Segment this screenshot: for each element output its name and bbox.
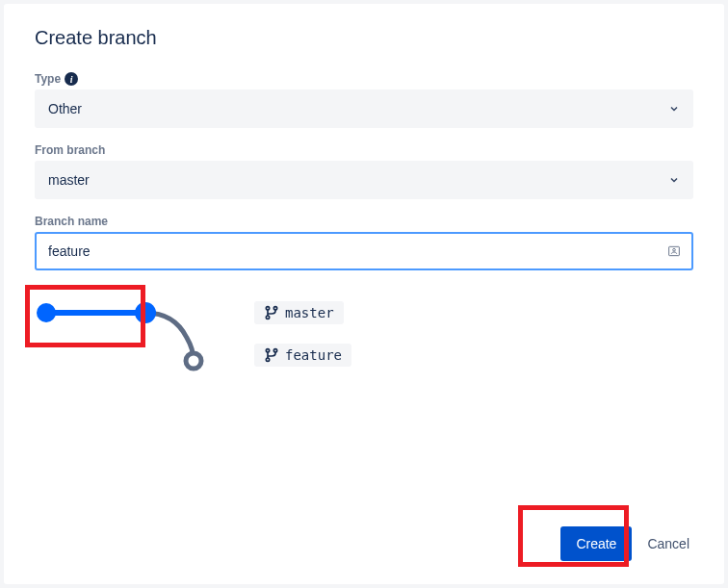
branch-name-label: Branch name [35,215,693,228]
branch-name-label-text: Branch name [35,215,108,228]
branch-chip-source-label: master [285,305,334,320]
chevron-down-icon [668,103,680,115]
create-button[interactable]: Create [560,526,632,561]
svg-point-8 [266,316,269,319]
from-branch-field-group: From branch master [35,143,693,199]
chevron-down-icon [668,174,680,186]
svg-point-10 [273,349,276,352]
branch-chip-source: master [254,301,344,324]
from-branch-label-text: From branch [35,143,105,157]
from-branch-select-value: master [48,172,90,188]
type-label-text: Type [35,72,61,86]
svg-point-5 [186,353,201,369]
branch-chip-target-label: feature [285,347,342,363]
svg-point-4 [135,302,156,323]
svg-point-7 [273,307,276,310]
create-branch-dialog: Create branch Type i Other From branch m… [4,4,724,584]
type-field-group: Type i Other [35,72,693,128]
svg-point-9 [266,349,269,352]
svg-point-11 [266,358,269,361]
branch-chip-target: feature [254,344,351,367]
type-select[interactable]: Other [35,89,693,128]
dialog-title: Create branch [35,27,693,49]
type-label: Type i [35,72,693,86]
branch-labels: master feature [254,301,351,367]
contact-card-icon [666,243,682,259]
branch-visualization: master feature [35,301,693,378]
svg-point-1 [673,248,676,251]
branch-graph [35,301,208,378]
from-branch-select[interactable]: master [35,161,693,199]
info-icon[interactable]: i [65,72,78,86]
from-branch-label: From branch [35,143,693,157]
type-select-value: Other [48,101,82,116]
branch-name-field-group: Branch name [35,215,693,270]
branch-name-input[interactable] [35,232,693,270]
branch-icon [264,305,279,320]
branch-icon [264,347,279,363]
svg-point-6 [266,307,269,310]
svg-point-3 [37,303,56,322]
branch-name-input-wrapper [35,232,693,270]
dialog-actions: Create Cancel [560,526,693,561]
cancel-button[interactable]: Cancel [643,528,693,559]
